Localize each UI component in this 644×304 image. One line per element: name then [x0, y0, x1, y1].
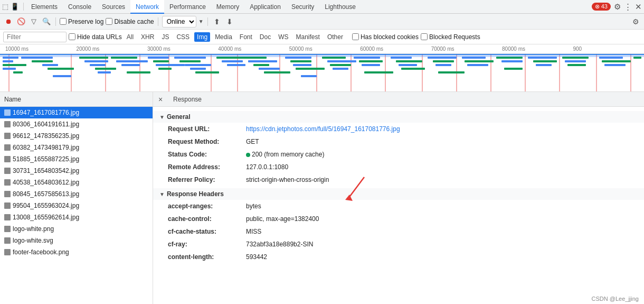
- svg-rect-60: [327, 60, 356, 62]
- filter-media[interactable]: Media: [212, 32, 235, 42]
- ruler-mark-2: 20000 ms: [76, 46, 147, 52]
- response-header-value: public, max-age=1382400: [246, 214, 319, 224]
- svg-rect-76: [465, 60, 494, 62]
- filter-ws[interactable]: WS: [276, 32, 291, 42]
- settings-icon-toolbar[interactable]: ⚙: [630, 16, 641, 27]
- file-name: logo-white.png: [13, 225, 54, 233]
- file-item[interactable]: logo-white.png: [0, 223, 153, 235]
- file-item[interactable]: 30731_1654803542.jpg: [0, 165, 153, 177]
- disable-cache-input[interactable]: [106, 18, 112, 25]
- upload-icon[interactable]: ⬆: [212, 16, 222, 27]
- filter-img[interactable]: Img: [194, 32, 210, 42]
- tab-application[interactable]: Application: [244, 0, 286, 14]
- blocked-requests-input[interactable]: [421, 33, 428, 40]
- disable-cache-checkbox[interactable]: Disable cache: [106, 18, 154, 25]
- response-headers-section-title: Response Headers: [167, 190, 224, 198]
- general-section-title: General: [167, 113, 191, 121]
- filter-css[interactable]: CSS: [174, 32, 192, 42]
- detail-value: strict-origin-when-cross-origin: [246, 175, 329, 185]
- general-section-header[interactable]: ▼ General: [153, 111, 644, 123]
- preserve-log-input[interactable]: [60, 18, 67, 25]
- filter-doc[interactable]: Doc: [257, 32, 273, 42]
- blocked-requests-checkbox[interactable]: Blocked Requests: [421, 33, 480, 41]
- tab-network[interactable]: Network: [130, 0, 164, 14]
- file-item[interactable]: 13008_1655962614.jpg: [0, 211, 153, 223]
- file-item[interactable]: 96612_1478356235.jpg: [0, 130, 153, 142]
- detail-close-button[interactable]: ×: [155, 94, 166, 105]
- response-headers-section-header[interactable]: ▼ Response Headers: [153, 188, 644, 200]
- filter-font[interactable]: Font: [237, 32, 255, 42]
- tab-performance[interactable]: Performance: [164, 0, 211, 14]
- filter-other[interactable]: Other: [325, 32, 346, 42]
- filter-all[interactable]: All: [124, 32, 136, 42]
- search-button[interactable]: 🔍: [41, 16, 52, 27]
- file-item[interactable]: 99504_1655963024.jpg: [0, 200, 153, 211]
- detail-tab-response[interactable]: Response: [168, 92, 207, 107]
- response-header-key: cache-control:: [168, 214, 242, 224]
- tab-bar-right: ⊗ 43 ⚙ ⋮ ✕: [592, 2, 642, 12]
- file-item[interactable]: 16947_1617081776.jpg: [0, 107, 153, 118]
- svg-rect-42: [179, 60, 201, 62]
- filter-xhr[interactable]: XHR: [138, 32, 157, 42]
- file-item[interactable]: logo-white.svg: [0, 235, 153, 246]
- svg-rect-58: [301, 75, 317, 77]
- close-icon[interactable]: ✕: [635, 2, 642, 12]
- file-item[interactable]: 80306_1604191611.jpg: [0, 118, 153, 130]
- tab-console[interactable]: Console: [63, 0, 97, 14]
- file-item[interactable]: 60382_1473498179.jpg: [0, 142, 153, 153]
- ruler-mark-5: 50000 ms: [289, 46, 360, 52]
- settings-icon[interactable]: ⚙: [614, 2, 621, 12]
- tab-elements[interactable]: Elements: [26, 0, 63, 14]
- detail-row: cf-ray:732abf3a18e889b2-SIN: [153, 238, 644, 251]
- throttle-select[interactable]: Online: [162, 16, 196, 27]
- detail-row: Request Method:GET: [153, 135, 644, 148]
- general-rows: Request URL:https://cdn.jetphotos.com/fu…: [153, 123, 644, 186]
- filter-manifest[interactable]: Manifest: [293, 32, 323, 42]
- filter-input[interactable]: [3, 32, 67, 42]
- file-name: footer-facebook.png: [13, 248, 69, 256]
- detail-key: Referrer Policy:: [168, 175, 242, 185]
- detail-row: Remote Address:127.0.0.1:1080: [153, 161, 644, 173]
- preserve-log-checkbox[interactable]: Preserve log: [60, 18, 103, 25]
- file-item[interactable]: 51885_1655887225.jpg: [0, 153, 153, 165]
- hide-data-urls-input[interactable]: [69, 33, 75, 40]
- timeline-waterfall[interactable]: [0, 54, 644, 92]
- filter-js[interactable]: JS: [159, 32, 172, 42]
- file-name: 80306_1604191611.jpg: [13, 121, 79, 128]
- detail-row: Referrer Policy:strict-origin-when-cross…: [153, 173, 644, 186]
- filter-button[interactable]: ▽: [29, 16, 39, 27]
- svg-rect-86: [567, 64, 586, 66]
- download-icon[interactable]: ⬇: [224, 16, 235, 27]
- error-count-badge: ⊗ 43: [592, 3, 611, 11]
- inspect-icon[interactable]: ⬚: [2, 3, 8, 11]
- svg-rect-53: [264, 71, 290, 73]
- file-item[interactable]: 80845_1657585613.jpg: [0, 188, 153, 200]
- svg-rect-24: [32, 60, 53, 62]
- request-url-link[interactable]: https://cdn.jetphotos.com/full/5/16947_1…: [246, 125, 400, 133]
- stop-recording-button[interactable]: 🚫: [16, 16, 26, 27]
- file-name: logo-white.svg: [13, 237, 53, 244]
- svg-rect-61: [330, 64, 351, 66]
- more-icon[interactable]: ⋮: [624, 2, 632, 12]
- detail-row: content-length:593442: [153, 251, 644, 263]
- tab-security[interactable]: Security: [286, 0, 319, 14]
- tab-sources[interactable]: Sources: [97, 0, 130, 14]
- svg-rect-52: [259, 68, 280, 70]
- name-column-header: Name: [4, 96, 21, 103]
- file-item[interactable]: 40538_1654803612.jpg: [0, 177, 153, 188]
- svg-rect-35: [121, 64, 140, 66]
- tab-lighthouse[interactable]: Lighthouse: [319, 0, 361, 14]
- has-blocked-cookies-input[interactable]: [352, 33, 359, 40]
- svg-rect-83: [536, 64, 552, 66]
- file-item[interactable]: footer-facebook.png: [0, 246, 153, 258]
- has-blocked-cookies-checkbox[interactable]: Has blocked cookies: [352, 33, 419, 41]
- file-name: 13008_1655962614.jpg: [13, 214, 79, 221]
- file-type-icon: [4, 249, 11, 255]
- hide-data-urls-checkbox[interactable]: Hide data URLs: [69, 33, 122, 41]
- device-icon[interactable]: 📱: [11, 3, 19, 11]
- svg-rect-69: [399, 64, 417, 66]
- detail-key: Request URL:: [168, 124, 242, 134]
- preserve-log-label: Preserve log: [68, 18, 103, 25]
- record-button[interactable]: ⏺: [3, 16, 14, 27]
- tab-memory[interactable]: Memory: [211, 0, 244, 14]
